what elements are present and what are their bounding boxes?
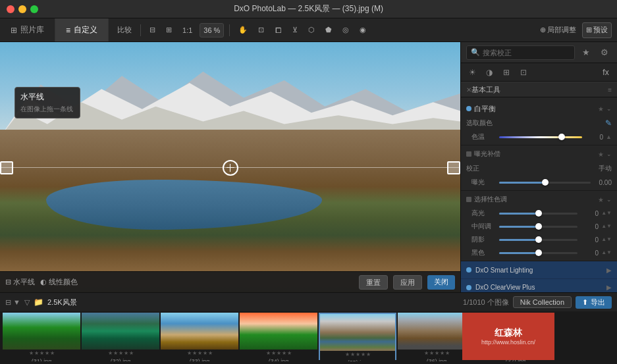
horizon-button[interactable]: ⊻ — [289, 22, 301, 38]
close-canvas-button[interactable]: 关闭 — [427, 275, 455, 290]
view-options-button[interactable]: ⊟ — [146, 22, 159, 38]
exposure-slider[interactable] — [499, 182, 591, 184]
hand-tool-button[interactable]: ✋ — [235, 22, 251, 38]
midtones-slider[interactable] — [499, 226, 577, 228]
eye-button[interactable]: ◉ — [356, 22, 369, 38]
bl-arrows[interactable]: ▲▼ — [601, 250, 612, 255]
highlights-thumb[interactable] — [535, 210, 542, 217]
section-menu-icon: ≡ — [608, 86, 612, 93]
grid-button[interactable]: ⊞ — [163, 22, 175, 38]
compare-button[interactable]: 比较 — [114, 22, 135, 38]
local-adj-button[interactable]: ⊕ 局部调整 — [537, 22, 579, 38]
export-label: 导出 — [591, 298, 605, 307]
wb-star: ★ — [598, 105, 604, 113]
temp-up[interactable]: ▲ — [606, 134, 612, 140]
shadows-slider[interactable] — [499, 239, 577, 241]
canvas-color-button[interactable]: ◐ 线性颜色 — [40, 277, 78, 287]
highlights-slider[interactable] — [499, 213, 577, 215]
maximize-window-button[interactable] — [30, 5, 38, 13]
geometry-tool-icon[interactable]: ⊡ — [516, 65, 531, 80]
white-balance-section: 白平衡 ★ ⌄ 选取颜色 ✎ 色温 0 ▲ — [461, 100, 617, 145]
search-box[interactable]: 🔍 — [466, 45, 575, 60]
clearview-indicator — [466, 285, 471, 290]
clearview-row[interactable]: DxO ClearView Plus ▶ — [461, 278, 617, 292]
local-adj-icon: ⊕ — [540, 26, 546, 34]
light-tool-icon[interactable]: ☀ — [465, 65, 479, 80]
thumb-label-32: (32).jpg — [82, 357, 159, 361]
search-input[interactable] — [483, 49, 570, 57]
exposure-section: 曝光补偿 ★ ⌄ 校正 手动 曝光 0.00 — [461, 145, 617, 191]
shadows-value: 0 — [580, 236, 599, 244]
thumb-item-35[interactable]: ★★★★★ (35).jpg — [319, 313, 396, 360]
nik-collection-button[interactable]: Nik Collection — [513, 296, 572, 308]
color-mode-label: 线性颜色 — [49, 277, 78, 287]
hl-arrows[interactable]: ▲▼ — [601, 211, 612, 216]
wb-header-row[interactable]: 白平衡 ★ ⌄ — [461, 101, 617, 116]
detail-tool-icon[interactable]: ⊞ — [499, 65, 514, 80]
shadows-thumb[interactable] — [535, 236, 542, 243]
smart-lighting-row[interactable]: DxO Smart Lighting ▶ — [461, 261, 617, 278]
canvas-mode-button[interactable]: ⊟ 水平线 — [5, 277, 35, 287]
wb-expand: ⌄ — [606, 105, 612, 112]
horizon-line[interactable] — [0, 167, 460, 168]
crop-button[interactable]: ⊡ — [255, 22, 267, 38]
horizon-right-handle[interactable] — [447, 161, 460, 174]
mt-arrows[interactable]: ▲▼ — [601, 224, 612, 229]
clone-button[interactable]: ◎ — [339, 22, 352, 38]
draw-button[interactable]: ⬡ — [305, 22, 318, 38]
settings-icon[interactable]: ⚙ — [597, 45, 612, 60]
clearview-label: DxO ClearView Plus — [475, 284, 603, 291]
title-bar: DxO PhotoLab — 2.5K风景 — (35).jpg (M) — [0, 0, 617, 18]
horizon-center-handle[interactable] — [223, 160, 238, 176]
eyedropper-icon[interactable]: ✎ — [605, 118, 612, 128]
export-button[interactable]: ⬆ 导出 — [576, 296, 612, 309]
midtones-thumb[interactable] — [535, 223, 542, 230]
thumb-label-34: (34).jpg — [240, 357, 317, 361]
temp-slider[interactable] — [499, 136, 582, 138]
highlights-row: 高光 0 ▲▼ — [461, 207, 617, 220]
photo-library-tab[interactable]: ⊞ 照片库 — [0, 18, 55, 41]
basic-tools-header[interactable]: ✕ 基本工具 ≡ — [461, 82, 617, 97]
horizon-left-handle[interactable] — [0, 161, 13, 174]
search-icon: 🔍 — [471, 48, 480, 57]
filter-button[interactable]: ▽ — [24, 298, 30, 307]
selective-header[interactable]: 选择性色调 ★ ⌄ — [461, 192, 617, 207]
presets-label: 预设 — [593, 25, 608, 35]
stars-31: ★★★★★ — [3, 350, 80, 357]
canvas-area[interactable]: 水平线 在图像上拖一条线 ⊟ 水平线 ◐ 线性颜色 重置 应用 关闭 — [0, 42, 460, 292]
thumb-item-34[interactable]: ★★★★★ (34).jpg — [240, 313, 317, 360]
blacks-slider[interactable] — [499, 252, 577, 254]
onetoone-button[interactable]: 1:1 — [179, 22, 196, 38]
blacks-thumb[interactable] — [535, 249, 542, 256]
midtones-value: 0 — [580, 223, 599, 230]
thumb-item-31[interactable]: ★★★★★ (31).jpg — [3, 313, 80, 360]
calibration-label: 校正 — [466, 164, 589, 173]
selective-tone-section: 选择性色调 ★ ⌄ 高光 0 ▲▼ 中间调 — [461, 191, 617, 261]
zoom-control[interactable]: 36 % — [200, 23, 224, 38]
exposure-thumb[interactable] — [542, 179, 549, 186]
canvas-bottom-bar: ⊟ 水平线 ◐ 线性颜色 重置 应用 关闭 — [0, 271, 460, 292]
fx-tool-icon[interactable]: fx — [599, 65, 613, 80]
revert-button[interactable]: 重置 — [359, 275, 388, 290]
perspective-button[interactable]: ⧠ — [271, 22, 285, 38]
star-button[interactable]: ★ — [579, 45, 593, 60]
horizon-mode-label: 水平线 — [13, 277, 35, 287]
sh-arrows[interactable]: ▲▼ — [601, 237, 612, 242]
mask-button[interactable]: ⬟ — [322, 22, 335, 38]
close-window-button[interactable] — [7, 5, 14, 13]
exposure-header[interactable]: 曝光补偿 ★ ⌄ — [461, 147, 617, 161]
color-tool-icon[interactable]: ◑ — [482, 65, 496, 80]
presets-button[interactable]: ⊞ 预设 — [582, 22, 612, 38]
customize-tab[interactable]: ≡ 自定义 — [55, 18, 109, 41]
thumb-item-33[interactable]: ★★★★★ (33).jpg — [161, 313, 238, 360]
mode-icon: ⊟ — [5, 278, 11, 286]
sort-button[interactable]: ⊟ ▼ — [5, 298, 20, 307]
minimize-window-button[interactable] — [18, 5, 26, 13]
thumb-item-32[interactable]: ★★★★★ (32).jpg — [82, 313, 159, 360]
apply-button[interactable]: 应用 — [393, 275, 422, 290]
thumb-item-37[interactable]: ★★★★★ (37).jpg 红森林 http://www.hoslin.cn/ — [477, 313, 554, 360]
tooltip-sub: 在图像上拖一条线 — [20, 105, 74, 114]
sep1 — [140, 24, 141, 36]
temp-thumb[interactable] — [558, 134, 565, 140]
panel-tools-row: ☀ ◑ ⊞ ⊡ fx — [461, 63, 617, 82]
